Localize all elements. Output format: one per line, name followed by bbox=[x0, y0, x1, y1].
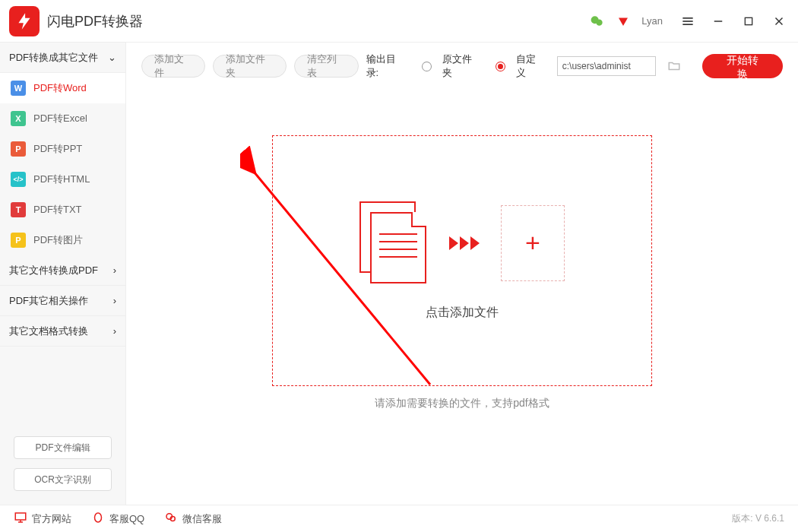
add-folder-button[interactable]: 添加文件夹 bbox=[213, 55, 287, 78]
wechat-support-link[interactable]: 微信客服 bbox=[164, 511, 222, 527]
image-icon: P bbox=[11, 233, 26, 248]
wechat-icon bbox=[164, 511, 178, 527]
footer-link-label: 客服QQ bbox=[109, 512, 144, 526]
official-site-link[interactable]: 官方网站 bbox=[14, 511, 71, 527]
svg-point-1 bbox=[597, 19, 603, 25]
ocr-button[interactable]: OCR文字识别 bbox=[14, 468, 112, 491]
qq-support-link[interactable]: 客服QQ bbox=[91, 511, 144, 527]
version-text: 版本: V 6.6.1 bbox=[732, 512, 784, 525]
maximize-icon[interactable] bbox=[739, 11, 758, 31]
sidebar-group-label: PDF其它相关操作 bbox=[9, 294, 88, 308]
excel-icon: X bbox=[11, 111, 26, 126]
sidebar-item-pdf-image[interactable]: P PDF转图片 bbox=[0, 225, 125, 255]
sidebar-item-label: PDF转Excel bbox=[33, 112, 87, 125]
plus-box-icon: + bbox=[501, 205, 565, 281]
chevron-right-icon: › bbox=[113, 264, 116, 276]
chevron-right-icon: › bbox=[113, 325, 116, 337]
radio-custom-folder[interactable] bbox=[496, 62, 505, 71]
sidebar-item-label: PDF转Word bbox=[33, 81, 87, 95]
output-dir-label: 输出目录: bbox=[366, 52, 407, 80]
footer: 官方网站 客服QQ 微信客服 版本: V 6.6.1 bbox=[0, 505, 798, 532]
close-icon[interactable] bbox=[769, 11, 789, 31]
sidebar-item-pdf-ppt[interactable]: P PDF转PPT bbox=[0, 134, 125, 164]
svg-rect-6 bbox=[745, 17, 752, 24]
main-panel: 添加文件 添加文件夹 清空列表 输出目录: 原文件夹 自定义 开始转换 + 点击… bbox=[126, 43, 798, 505]
drop-hint: 请添加需要转换的文件，支持pdf格式 bbox=[126, 397, 798, 410]
sidebar-item-pdf-excel[interactable]: X PDF转Excel bbox=[0, 103, 125, 134]
sidebar-item-pdf-html[interactable]: </> PDF转HTML bbox=[0, 164, 125, 195]
drop-click-text: 点击添加文件 bbox=[426, 305, 499, 321]
output-path-input[interactable] bbox=[557, 56, 656, 76]
monitor-icon bbox=[14, 511, 27, 527]
add-file-button[interactable]: 添加文件 bbox=[141, 55, 205, 78]
chevron-down-icon: ⌄ bbox=[108, 52, 116, 63]
sidebar-item-pdf-word[interactable]: W PDF转Word bbox=[0, 73, 125, 103]
word-icon: W bbox=[11, 81, 26, 96]
footer-link-label: 微信客服 bbox=[182, 512, 222, 526]
drop-zone[interactable]: + 点击添加文件 bbox=[272, 135, 652, 386]
pdf-edit-button[interactable]: PDF文件编辑 bbox=[14, 436, 112, 459]
sidebar-group-label: 其它文档格式转换 bbox=[9, 325, 88, 338]
username[interactable]: Lyan bbox=[641, 15, 663, 27]
radio-custom-label[interactable]: 自定义 bbox=[516, 52, 545, 80]
sidebar-item-label: PDF转TXT bbox=[33, 203, 82, 217]
sidebar-group-other-to-pdf[interactable]: 其它文件转换成PDF › bbox=[0, 255, 125, 286]
app-title: 闪电PDF转换器 bbox=[47, 12, 143, 30]
svg-point-13 bbox=[95, 513, 102, 522]
ppt-icon: P bbox=[11, 141, 26, 157]
radio-original-label[interactable]: 原文件夹 bbox=[442, 52, 480, 80]
html-icon: </> bbox=[11, 172, 26, 187]
sidebar-item-label: PDF转图片 bbox=[33, 233, 83, 247]
gem-icon[interactable] bbox=[616, 14, 631, 29]
drop-graphics: + bbox=[359, 201, 565, 285]
radio-original-folder[interactable] bbox=[422, 62, 432, 71]
wechat-icon[interactable] bbox=[590, 14, 605, 29]
clear-list-button[interactable]: 清空列表 bbox=[294, 55, 358, 78]
sidebar-group-pdf-ops[interactable]: PDF其它相关操作 › bbox=[0, 286, 125, 316]
sidebar: PDF转换成其它文件 ⌄ W PDF转Word X PDF转Excel P PD… bbox=[0, 43, 126, 505]
sidebar-group-label: PDF转换成其它文件 bbox=[9, 51, 98, 65]
browse-folder-icon[interactable] bbox=[663, 56, 686, 76]
sidebar-group-pdf-to-other[interactable]: PDF转换成其它文件 ⌄ bbox=[0, 43, 125, 73]
document-stack-icon bbox=[359, 201, 428, 285]
sidebar-group-other-format[interactable]: 其它文档格式转换 › bbox=[0, 316, 125, 347]
title-bar: 闪电PDF转换器 Lyan bbox=[0, 0, 798, 43]
toolbar: 添加文件 添加文件夹 清空列表 输出目录: 原文件夹 自定义 开始转换 bbox=[126, 43, 798, 90]
start-convert-button[interactable]: 开始转换 bbox=[702, 54, 783, 78]
txt-icon: T bbox=[11, 202, 26, 217]
chevron-right-icon: › bbox=[113, 295, 116, 306]
arrows-icon bbox=[449, 236, 480, 250]
sidebar-item-label: PDF转PPT bbox=[33, 142, 82, 156]
sidebar-item-label: PDF转HTML bbox=[33, 173, 90, 186]
minimize-icon[interactable] bbox=[708, 11, 728, 31]
footer-link-label: 官方网站 bbox=[32, 512, 71, 526]
menu-icon[interactable] bbox=[678, 11, 698, 31]
sidebar-group-label: 其它文件转换成PDF bbox=[9, 264, 98, 277]
sidebar-item-pdf-txt[interactable]: T PDF转TXT bbox=[0, 195, 125, 225]
app-logo bbox=[9, 6, 40, 36]
svg-rect-10 bbox=[15, 513, 26, 520]
qq-icon bbox=[91, 511, 105, 527]
